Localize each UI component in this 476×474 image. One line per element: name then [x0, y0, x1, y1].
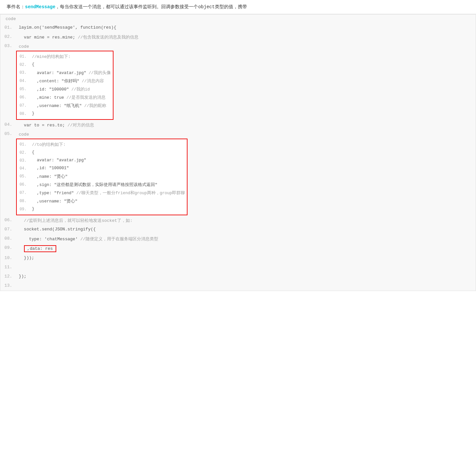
line-num-3: 03.: [0, 42, 16, 48]
nested-line-1: 01. //mine的结构如下:: [17, 53, 113, 61]
outer-code-label-3: code: [16, 42, 34, 51]
header-prefix: 事件名：: [7, 4, 25, 10]
line-num-4: 04.: [0, 121, 16, 127]
header-bar: 事件名：sendMessage，每当你发送一个消息，都可以通过该事件监听到。回调…: [0, 0, 476, 14]
line-content-13: [16, 282, 476, 284]
nested-line-7: 07. ,username: "纸飞机" //我的昵称: [17, 102, 113, 110]
nested-code-mine: 01. //mine的结构如下: 02. { 03. avatar: "avat…: [16, 51, 113, 120]
code-line-5: 05. code 01. //to的结构如下: 02. { 03. avatar…: [0, 130, 476, 216]
nested-to-line-5: 05. ,name: "贤心": [17, 172, 187, 181]
code-container: code 01. layim.on('sendMessage', functio…: [0, 14, 476, 291]
nested-to-line-7: 07. ,type: "friend" //聊天类型，一般分friend和gro…: [17, 189, 187, 197]
nested-line-8: 08. }: [17, 110, 113, 118]
line-num-1: 01.: [0, 24, 16, 30]
nested-code-to: 01. //to的结构如下: 02. { 03. avatar: "avatar…: [16, 139, 188, 215]
code-line-11: 11.: [0, 263, 476, 272]
code-line-12: 12. });: [0, 272, 476, 281]
line-content-6: //监听到上述消息后，就可以轻松地发送socket了，如:: [16, 217, 476, 224]
nested-line-6: 06. ,mine: true //是否我发送的消息: [17, 93, 113, 102]
line-content-7: socket.send(JSON.stringify({: [16, 226, 476, 233]
line-content-1: layim.on('sendMessage', function(res){: [16, 24, 476, 31]
line-content-11: [16, 264, 476, 266]
code-line-10: 10. }));: [0, 254, 476, 263]
line-num-12: 12.: [0, 273, 16, 279]
line-content-8: type: 'chatMessage' //随便定义，用于在服务端区分消息类型: [16, 235, 476, 243]
nested-line-2: 02. {: [17, 61, 113, 69]
code-line-8: 08. type: 'chatMessage' //随便定义，用于在服务端区分消…: [0, 234, 476, 244]
code-line-1: 01. layim.on('sendMessage', function(res…: [0, 23, 476, 33]
line-content-10: }));: [16, 254, 476, 261]
nested-to-line-9: 09. }: [17, 205, 187, 213]
code-line-4: 04. var to = res.to; //对方的信息: [0, 120, 476, 130]
code-line-6: 06. //监听到上述消息后，就可以轻松地发送socket了，如:: [0, 216, 476, 225]
line-num-2: 02.: [0, 33, 16, 39]
header-description: ，每当你发送一个消息，都可以通过该事件监听到。回调参数接受一个object类型的…: [55, 4, 247, 10]
code-block: 01. layim.on('sendMessage', function(res…: [0, 23, 476, 291]
code-line-7: 07. socket.send(JSON.stringify({: [0, 225, 476, 234]
code-line-13: 13.: [0, 281, 476, 291]
line-num-6: 06.: [0, 217, 16, 223]
line-num-7: 07.: [0, 226, 16, 232]
code-label-top: code: [0, 14, 476, 23]
nested-to-line-1: 01. //to的结构如下:: [17, 141, 187, 149]
line-content-9: ,data: res: [16, 244, 476, 253]
line-num-5: 05.: [0, 130, 16, 136]
nested-line-3: 03. avatar: "avatar.jpg" //我的头像: [17, 69, 113, 77]
nested-to-line-6: 06. ,sign: "这些都是测试数据，实际使用请严格按照该格式返回": [17, 181, 187, 189]
nested-line-4: 04. ,content: "你好吗" //消息内容: [17, 77, 113, 85]
outer-code-label-5: code: [16, 130, 34, 139]
line-num-11: 11.: [0, 264, 16, 270]
highlighted-data-line: ,data: res: [24, 245, 56, 252]
line-num-13: 13.: [0, 282, 16, 288]
code-line-9: 09. ,data: res: [0, 244, 476, 254]
event-name: sendMessage: [25, 4, 55, 10]
nested-to-line-8: 08. ,username: "贤心": [17, 197, 187, 205]
line-num-8: 08.: [0, 235, 16, 241]
code-line-2: 02. var mine = res.mine; //包含我发送的消息及我的信息: [0, 33, 476, 42]
line-content-4: var to = res.to; //对方的信息: [16, 121, 476, 129]
nested-to-line-2: 02. {: [17, 149, 187, 157]
line-num-10: 10.: [0, 254, 16, 260]
line-content-2: var mine = res.mine; //包含我发送的消息及我的信息: [16, 33, 476, 41]
nested-line-5: 05. ,id: "100000" //我的id: [17, 85, 113, 93]
code-line-3: 03. code 01. //mine的结构如下: 02. { 03. avat…: [0, 42, 476, 120]
line-num-9: 09.: [0, 244, 16, 250]
nested-to-line-3: 03. avatar: "avatar.jpg": [17, 157, 187, 165]
line-content-12: });: [16, 273, 476, 280]
nested-to-line-4: 04. ,id: "100001": [17, 165, 187, 172]
